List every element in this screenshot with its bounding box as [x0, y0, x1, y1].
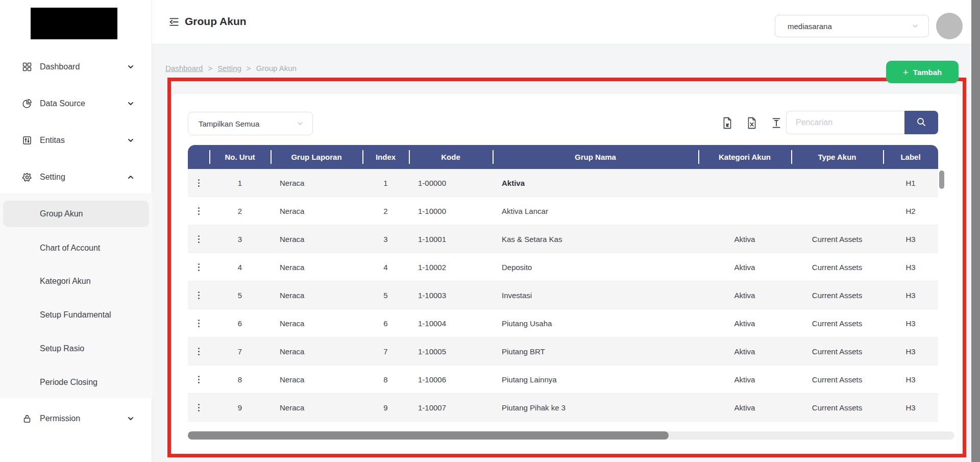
row-menu-kebab-icon[interactable] [194, 345, 204, 358]
table-row[interactable]: 4Neraca41-10002DepositoAktivaCurrent Ass… [188, 253, 938, 281]
cell-kategori-akun: Aktiva [698, 366, 791, 393]
submenu-item-label: Setup Fundamental [40, 310, 111, 320]
group-akun-table: No. Urut Grup Laporan Index Kode Grup Na… [188, 145, 938, 422]
table-row[interactable]: 5Neraca51-10003InvestasiAktivaCurrent As… [188, 281, 938, 309]
table-row[interactable]: 7Neraca71-10005Piutang BRTAktivaCurrent … [188, 337, 938, 366]
plus-icon: + [903, 67, 909, 77]
column-actions [188, 145, 209, 169]
avatar[interactable] [936, 13, 963, 39]
sidebar-item-permission[interactable]: Permission [0, 406, 152, 431]
breadcrumb-separator: > [208, 64, 212, 72]
pdf-file-icon[interactable] [722, 117, 733, 129]
table-row[interactable]: 8Neraca81-10006Piutang LainnyaAktivaCurr… [188, 366, 938, 394]
sidebar-item-kategori-akun[interactable]: Kategori Akun [0, 268, 152, 295]
logo [31, 8, 117, 39]
excel-file-icon[interactable] [746, 117, 757, 129]
sidebar-item-setup-rasio[interactable]: Setup Rasio [0, 335, 152, 362]
cell-grup-laporan: Neraca [271, 309, 362, 337]
sidebar-item-group-akun[interactable]: Group Akun [3, 201, 149, 227]
sidebar-item-entitas[interactable]: Entitas [0, 128, 152, 153]
window-scrollbar[interactable] [971, 0, 980, 462]
search-button[interactable] [904, 111, 938, 134]
row-menu-kebab-icon[interactable] [194, 288, 204, 302]
chevron-down-icon [126, 414, 136, 424]
search-input[interactable] [786, 111, 904, 134]
cell-grup-nama: Deposito [493, 253, 698, 281]
tambah-button-label: Tambah [913, 68, 942, 77]
cell-index: 3 [362, 225, 409, 253]
row-menu-kebab-icon[interactable] [194, 204, 204, 218]
table-horizontal-scrollbar-thumb[interactable] [188, 431, 669, 440]
cell-no-urut: 8 [209, 366, 271, 393]
column-header[interactable]: No. Urut [209, 145, 271, 169]
filter-select[interactable]: Tampilkan Semua [188, 112, 313, 135]
menu-fold-icon[interactable] [168, 16, 180, 28]
column-header[interactable]: Grup Nama [493, 145, 698, 169]
tambah-button[interactable]: + Tambah [886, 61, 959, 83]
cell-grup-nama: Piutang Lainnya [493, 366, 698, 393]
cell-grup-laporan: Neraca [271, 225, 362, 253]
sidebar-item-periode-closing[interactable]: Periode Closing [0, 369, 152, 396]
cell-no-urut: 2 [209, 197, 271, 225]
sidebar-item-data-source[interactable]: Data Source [0, 91, 152, 116]
cell-actions [188, 337, 209, 365]
row-menu-kebab-icon[interactable] [194, 373, 204, 386]
cell-type-akun: Current Assets [791, 394, 883, 421]
chevron-down-icon [296, 119, 304, 130]
table-row[interactable]: 6Neraca61-10004Piutang UsahaAktivaCurren… [188, 309, 938, 337]
sidebar-item-chart-of-account[interactable]: Chart of Account [0, 235, 152, 261]
table-vertical-scrollbar[interactable] [939, 171, 944, 189]
sidebar-item-setting[interactable]: Setting [0, 165, 152, 189]
breadcrumb-link-setting[interactable]: Setting [217, 64, 241, 72]
row-menu-kebab-icon[interactable] [194, 260, 204, 274]
cell-type-akun: Current Assets [791, 281, 883, 309]
cell-actions [188, 309, 209, 337]
row-menu-kebab-icon[interactable] [194, 317, 204, 330]
search-icon [916, 117, 926, 129]
sidebar-item-dashboard[interactable]: Dashboard [0, 55, 152, 79]
table-horizontal-scrollbar-track[interactable] [188, 431, 954, 440]
submenu-item-label: Setup Rasio [40, 344, 84, 353]
column-header[interactable]: Grup Laporan [271, 145, 362, 169]
table-row[interactable]: 1Neraca11-00000AktivaH1 [188, 169, 938, 197]
table-row[interactable]: 3Neraca31-10001Kas & Setara KasAktivaCur… [188, 225, 938, 253]
table-row[interactable]: 2Neraca21-10000Aktiva LancarH2 [188, 197, 938, 225]
column-header[interactable]: Index [362, 145, 409, 169]
cell-grup-nama: Piutang Usaha [493, 309, 698, 337]
column-header[interactable]: Type Akun [791, 145, 883, 169]
cell-kode: 1-00000 [409, 169, 493, 197]
cell-type-akun: Current Assets [791, 309, 883, 337]
cell-actions [188, 394, 209, 421]
breadcrumb-separator: > [247, 64, 251, 72]
row-menu-kebab-icon[interactable] [194, 401, 204, 415]
table-row[interactable]: 9Neraca91-10007Piutang Pihak ke 3AktivaC… [188, 394, 938, 422]
cell-actions [188, 366, 209, 393]
cell-label: H3 [883, 253, 938, 281]
cell-label: H3 [883, 394, 938, 421]
text-height-icon[interactable] [771, 117, 782, 129]
cell-type-akun: Current Assets [791, 337, 883, 365]
cell-kategori-akun [698, 169, 791, 197]
column-header[interactable]: Label [883, 145, 938, 169]
cell-no-urut: 5 [209, 281, 271, 309]
cell-label: H3 [883, 281, 938, 309]
sidebar-item-setup-fundamental[interactable]: Setup Fundamental [0, 302, 152, 328]
cell-kode: 1-10003 [409, 281, 493, 309]
column-header[interactable]: Kategori Akun [698, 145, 791, 169]
cell-label: H3 [883, 309, 938, 337]
cell-kode: 1-10007 [409, 394, 493, 421]
chevron-down-icon [126, 99, 136, 109]
page-title: Group Akun [185, 15, 247, 28]
entity-select[interactable]: mediasarana [775, 15, 929, 37]
cell-actions [188, 169, 209, 197]
submenu-item-label: Chart of Account [40, 244, 100, 253]
entity-select-value: mediasarana [788, 22, 832, 31]
breadcrumb: Dashboard>Setting>Group Akun [165, 64, 297, 72]
column-header[interactable]: Kode [409, 145, 493, 169]
dashboard-grid-icon [21, 61, 33, 72]
row-menu-kebab-icon[interactable] [194, 232, 204, 246]
breadcrumb-link-dashboard[interactable]: Dashboard [165, 64, 203, 72]
content-area: Dashboard>Setting>Group Akun + Tambah Ta… [152, 44, 971, 462]
cell-grup-laporan: Neraca [271, 366, 362, 393]
row-menu-kebab-icon[interactable] [194, 176, 204, 190]
